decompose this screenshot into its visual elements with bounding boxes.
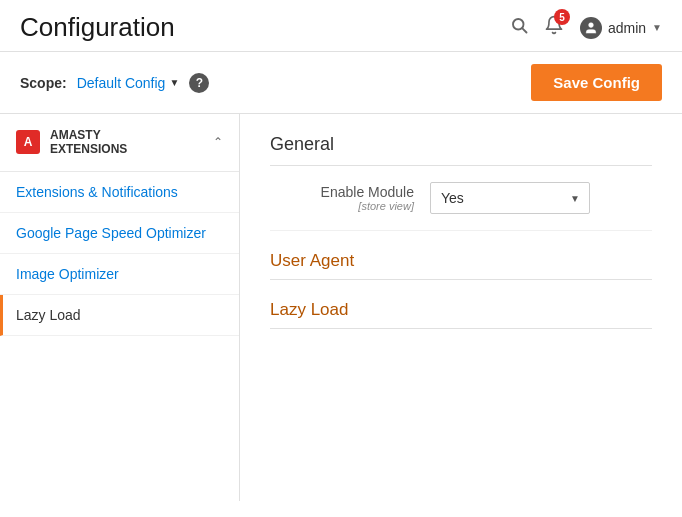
sidebar-link-lazyload[interactable]: Lazy Load — [3, 295, 239, 335]
enable-module-select[interactable]: Yes No — [430, 182, 590, 214]
sidebar-link-extensions[interactable]: Extensions & Notifications — [0, 172, 239, 212]
svg-line-1 — [522, 28, 526, 32]
main-layout: A AMASTY EXTENSIONS ⌃ Extensions & Notif… — [0, 114, 682, 501]
brand-icon-letter: A — [24, 135, 33, 149]
sidebar-nav: Extensions & Notifications Google Page S… — [0, 172, 239, 336]
sidebar-item-lazyload[interactable]: Lazy Load — [0, 295, 239, 336]
user-chevron-icon: ▼ — [652, 22, 662, 33]
notifications-button[interactable]: 5 — [544, 15, 564, 40]
brand-name-line2: EXTENSIONS — [50, 142, 127, 156]
user-menu-button[interactable]: admin ▼ — [580, 17, 662, 39]
enable-module-row: Enable Module [store view] Yes No — [270, 182, 652, 231]
header-actions: 5 admin ▼ — [510, 15, 662, 40]
save-config-button[interactable]: Save Config — [531, 64, 662, 101]
header: Configuration 5 admin ▼ — [0, 0, 682, 52]
enable-module-label: Enable Module [store view] — [270, 184, 430, 212]
scope-chevron-icon: ▼ — [169, 77, 179, 88]
enable-module-select-wrapper: Yes No — [430, 182, 590, 214]
page-title: Configuration — [20, 12, 175, 43]
search-button[interactable] — [510, 16, 528, 39]
user-agent-section: User Agent — [270, 251, 652, 280]
sidebar-item-pagespeed[interactable]: Google Page Speed Optimizer — [0, 213, 239, 254]
sidebar-collapse-icon[interactable]: ⌃ — [213, 135, 223, 149]
scope-bar: Scope: Default Config ▼ ? Save Config — [0, 52, 682, 114]
help-icon[interactable]: ? — [189, 73, 209, 93]
user-label: admin — [608, 20, 646, 36]
brand-icon: A — [16, 130, 40, 154]
lazy-load-section: Lazy Load — [270, 300, 652, 329]
sidebar-link-imageoptimizer[interactable]: Image Optimizer — [0, 254, 239, 294]
avatar — [580, 17, 602, 39]
brand-left: A AMASTY EXTENSIONS — [16, 128, 127, 157]
sidebar: A AMASTY EXTENSIONS ⌃ Extensions & Notif… — [0, 114, 240, 501]
search-icon — [510, 16, 528, 34]
brand-name: AMASTY EXTENSIONS — [50, 128, 127, 157]
content-area: General Enable Module [store view] Yes N… — [240, 114, 682, 501]
sidebar-item-imageoptimizer[interactable]: Image Optimizer — [0, 254, 239, 295]
store-view-label: [store view] — [270, 200, 414, 212]
enable-module-label-text: Enable Module — [321, 184, 414, 200]
sidebar-link-pagespeed[interactable]: Google Page Speed Optimizer — [0, 213, 239, 253]
user-icon — [584, 21, 598, 35]
scope-label: Scope: — [20, 75, 67, 91]
sidebar-brand: A AMASTY EXTENSIONS ⌃ — [0, 114, 239, 172]
scope-left: Scope: Default Config ▼ ? — [20, 73, 209, 93]
brand-name-line1: AMASTY — [50, 128, 101, 142]
scope-select[interactable]: Default Config ▼ — [77, 75, 180, 91]
section-general-heading: General — [270, 134, 652, 166]
sidebar-item-extensions[interactable]: Extensions & Notifications — [0, 172, 239, 213]
notification-badge: 5 — [554, 9, 570, 25]
scope-value: Default Config — [77, 75, 166, 91]
help-question-mark: ? — [196, 76, 203, 90]
section-user-agent-heading: User Agent — [270, 251, 652, 280]
section-lazy-load-heading: Lazy Load — [270, 300, 652, 329]
svg-point-2 — [589, 22, 594, 27]
